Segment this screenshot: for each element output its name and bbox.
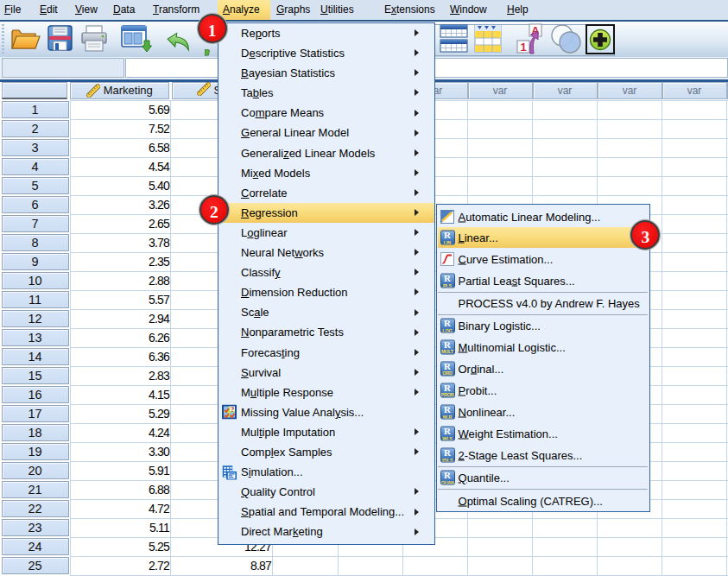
svg-text:1: 1 — [520, 41, 526, 54]
svg-text:?: ? — [231, 405, 234, 414]
